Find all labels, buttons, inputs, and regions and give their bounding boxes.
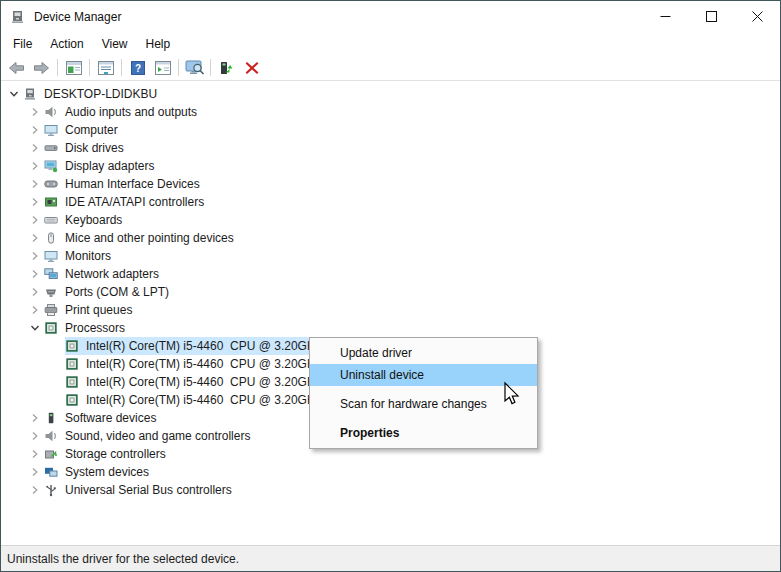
- computer-category-icon: [44, 123, 58, 137]
- toolbar-separator: [57, 59, 58, 76]
- tree-node-label: Ports (COM & LPT): [65, 285, 169, 299]
- tree-node-intel-r-core-tm-i5-4460-cpu-3-20ghz[interactable]: Intel(R) Core(TM) i5-4460 CPU @ 3.20GHz: [65, 373, 325, 391]
- chevron-right-icon[interactable]: [26, 175, 44, 193]
- tree-row-universal-serial-bus-controllers: Universal Serial Bus controllers: [1, 481, 780, 499]
- tree-node-human-interface-devices[interactable]: Human Interface Devices: [44, 175, 203, 193]
- tree-node-keyboards[interactable]: Keyboards: [44, 211, 125, 229]
- context-menu-item-properties[interactable]: Properties: [310, 422, 537, 444]
- processor-icon: [65, 357, 79, 371]
- toolbar-action-pane-button[interactable]: [150, 56, 175, 79]
- chevron-right-icon[interactable]: [26, 211, 44, 229]
- tree-node-label: Disk drives: [65, 141, 124, 155]
- chevron-right-icon[interactable]: [26, 481, 44, 499]
- tree-node-monitors[interactable]: Monitors: [44, 247, 114, 265]
- close-button[interactable]: [734, 1, 780, 32]
- toolbar-update-driver-button[interactable]: [214, 56, 239, 79]
- tree-row-disk-drives: Disk drives: [1, 139, 780, 157]
- tree-node-label: Print queues: [65, 303, 132, 317]
- toolbar-separator: [89, 59, 90, 76]
- device-manager-window: Device Manager FileActionViewHelp ? DESK…: [1, 1, 780, 571]
- chevron-right-icon[interactable]: [26, 121, 44, 139]
- toolbar-back-button[interactable]: [4, 56, 29, 79]
- tree-node-ports-com-lpt[interactable]: Ports (COM & LPT): [44, 283, 172, 301]
- tree-node-intel-r-core-tm-i5-4460-cpu-3-20ghz[interactable]: Intel(R) Core(TM) i5-4460 CPU @ 3.20GHz: [65, 391, 325, 409]
- tree-row-print-queues: Print queues: [1, 301, 780, 319]
- tree-node-mice-and-other-pointing-devices[interactable]: Mice and other pointing devices: [44, 229, 237, 247]
- toolbar-uninstall-device-button[interactable]: [239, 56, 264, 79]
- maximize-button[interactable]: [688, 1, 734, 32]
- menubar-item-view[interactable]: View: [93, 32, 137, 55]
- chevron-right-icon[interactable]: [26, 427, 44, 445]
- tree-node-intel-r-core-tm-i5-4460-cpu-3-20ghz-selected[interactable]: Intel(R) Core(TM) i5-4460 CPU @ 3.20GHz: [65, 337, 325, 355]
- toolbar-forward-button[interactable]: [29, 56, 54, 79]
- properties-icon: [98, 61, 114, 75]
- status-text: Uninstalls the driver for the selected d…: [7, 552, 239, 566]
- tree-node-print-queues[interactable]: Print queues: [44, 301, 135, 319]
- chevron-right-icon[interactable]: [26, 157, 44, 175]
- tree-node-audio-inputs-and-outputs[interactable]: Audio inputs and outputs: [44, 103, 200, 121]
- chevron-right-icon[interactable]: [26, 463, 44, 481]
- tree-node-label: Intel(R) Core(TM) i5-4460 CPU @ 3.20GHz: [86, 339, 322, 353]
- network-adapter-icon: [44, 267, 58, 281]
- tree-node-sound-video-and-game-controllers[interactable]: Sound, video and game controllers: [44, 427, 253, 445]
- chevron-right-icon[interactable]: [26, 247, 44, 265]
- menubar-item-file[interactable]: File: [4, 32, 41, 55]
- svg-text:?: ?: [134, 62, 140, 73]
- chevron-right-icon[interactable]: [26, 445, 44, 463]
- tree-node-system-devices[interactable]: System devices: [44, 463, 152, 481]
- context-menu-group-gap: [310, 415, 537, 422]
- chevron-right-icon[interactable]: [26, 139, 44, 157]
- menubar-item-action[interactable]: Action: [41, 32, 92, 55]
- tree-row-computer: Computer: [1, 121, 780, 139]
- tree-node-display-adapters[interactable]: Display adapters: [44, 157, 157, 175]
- tree-row-desktop-ldidkbu: DESKTOP-LDIDKBU: [1, 85, 780, 103]
- toolbar-separator: [121, 59, 122, 76]
- tree-node-software-devices[interactable]: Software devices: [44, 409, 159, 427]
- tree-node-desktop-ldidkbu[interactable]: DESKTOP-LDIDKBU: [23, 85, 160, 103]
- chevron-right-icon[interactable]: [26, 301, 44, 319]
- chevron-right-icon[interactable]: [26, 229, 44, 247]
- tree-node-storage-controllers[interactable]: Storage controllers: [44, 445, 169, 463]
- context-menu-item-update-driver[interactable]: Update driver: [310, 342, 537, 364]
- chevron-down-icon[interactable]: [5, 85, 23, 103]
- toolbar-help-button[interactable]: ?: [125, 56, 150, 79]
- processor-icon: [65, 393, 79, 407]
- tree-row-audio-inputs-and-outputs: Audio inputs and outputs: [1, 103, 780, 121]
- tree-node-label: Mice and other pointing devices: [65, 231, 234, 245]
- expander-spacer: [47, 337, 65, 355]
- toolbar-scan-hardware-button[interactable]: [182, 56, 207, 79]
- toolbar-show-console-tree-button[interactable]: [61, 56, 86, 79]
- tree-node-label: Keyboards: [65, 213, 122, 227]
- tree-node-label: Computer: [65, 123, 118, 137]
- minimize-button[interactable]: [642, 1, 688, 32]
- tree-node-label: Universal Serial Bus controllers: [65, 483, 232, 497]
- chevron-right-icon[interactable]: [26, 283, 44, 301]
- menubar-item-help[interactable]: Help: [137, 32, 180, 55]
- tree-row-system-devices: System devices: [1, 463, 780, 481]
- storage-controller-icon: [44, 447, 58, 461]
- chevron-right-icon[interactable]: [26, 265, 44, 283]
- chevron-right-icon[interactable]: [26, 103, 44, 121]
- computer-root-icon: [23, 87, 37, 101]
- tree-row-keyboards: Keyboards: [1, 211, 780, 229]
- disk-drive-icon: [44, 141, 58, 155]
- toolbar-properties-button[interactable]: [93, 56, 118, 79]
- tree-node-disk-drives[interactable]: Disk drives: [44, 139, 127, 157]
- hid-icon: [44, 177, 58, 191]
- tree-node-computer[interactable]: Computer: [44, 121, 121, 139]
- toolbar: ?: [1, 55, 780, 81]
- help-icon: ?: [131, 61, 145, 75]
- tree-node-network-adapters[interactable]: Network adapters: [44, 265, 162, 283]
- tree-node-ide-ata-atapi-controllers[interactable]: IDE ATA/ATAPI controllers: [44, 193, 207, 211]
- tree-node-label: System devices: [65, 465, 149, 479]
- tree-node-universal-serial-bus-controllers[interactable]: Universal Serial Bus controllers: [44, 481, 235, 499]
- tree-node-label: Processors: [65, 321, 125, 335]
- console-tree-icon: [66, 61, 82, 75]
- tree-node-intel-r-core-tm-i5-4460-cpu-3-20ghz[interactable]: Intel(R) Core(TM) i5-4460 CPU @ 3.20GHz: [65, 355, 325, 373]
- chevron-down-icon[interactable]: [26, 319, 44, 337]
- tree-node-processors[interactable]: Processors: [44, 319, 128, 337]
- chevron-right-icon[interactable]: [26, 409, 44, 427]
- chevron-right-icon[interactable]: [26, 193, 44, 211]
- audio-device-icon: [44, 105, 58, 119]
- expander-spacer: [47, 391, 65, 409]
